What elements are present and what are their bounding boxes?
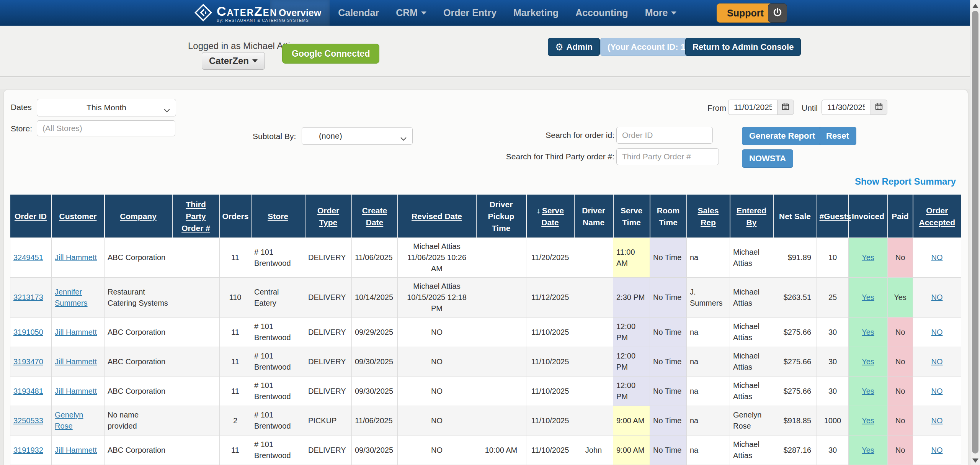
cell-entered_by: Michael Attias: [730, 318, 773, 347]
admin-button[interactable]: ⚙ Admin: [548, 38, 600, 56]
show-report-summary-link[interactable]: Show Report Summary: [855, 176, 956, 187]
reset-button[interactable]: Reset: [819, 127, 856, 145]
sort-link-serve_date[interactable]: Serve Date: [541, 206, 564, 227]
dates-label: Dates: [11, 103, 32, 112]
cell-pickup_time: [476, 238, 526, 278]
nowsta-button[interactable]: NOWSTA: [742, 149, 793, 168]
sort-link-company[interactable]: Company: [120, 212, 157, 221]
nav-item-accounting[interactable]: Accounting: [567, 0, 637, 26]
cell-third_party: [172, 278, 220, 318]
order-accepted-link[interactable]: NO: [931, 357, 943, 366]
cell-revised: NO: [398, 377, 476, 406]
return-admin-console-button[interactable]: Return to Admin Console: [685, 38, 801, 56]
subtotal-by-select[interactable]: (none): [302, 127, 413, 145]
cell-entered_by: Michael Attias: [730, 436, 773, 465]
sort-link-order_id[interactable]: Order ID: [15, 212, 47, 221]
sort-link-guests[interactable]: #Guests: [820, 212, 851, 221]
order-accepted-link[interactable]: NO: [931, 446, 943, 454]
order-id-link[interactable]: 3250533: [13, 416, 43, 425]
customer-link[interactable]: Jill Hammett: [55, 387, 97, 395]
invoiced-link[interactable]: Yes: [862, 293, 874, 301]
chevron-down-icon: [400, 134, 407, 143]
invoiced-link[interactable]: Yes: [862, 357, 874, 366]
store-input[interactable]: [37, 120, 175, 136]
order-accepted-link[interactable]: NO: [931, 416, 943, 425]
order-accepted-link[interactable]: NO: [931, 387, 943, 395]
customer-link[interactable]: Jill Hammett: [55, 328, 97, 336]
sort-link-sales_rep[interactable]: Sales Rep: [698, 206, 719, 227]
nav-item-marketing[interactable]: Marketing: [505, 0, 567, 26]
order-id-link[interactable]: 3193470: [13, 357, 43, 366]
google-connected-button[interactable]: Google Connected: [282, 44, 379, 64]
sort-link-store[interactable]: Store: [268, 212, 288, 221]
col-header-order_id[interactable]: Order ID: [10, 195, 52, 238]
nav-item-calendar[interactable]: Calendar: [330, 0, 387, 26]
generate-report-button[interactable]: Generate Report: [742, 127, 822, 145]
nav-item-overview[interactable]: Overview: [270, 0, 330, 26]
nav-item-crm[interactable]: CRM: [387, 0, 435, 26]
col-header-company[interactable]: Company: [105, 195, 172, 238]
until-calendar-button[interactable]: [871, 100, 887, 115]
cell-orders: 11: [220, 436, 251, 465]
invoiced-link[interactable]: Yes: [862, 446, 874, 454]
sort-link-customer[interactable]: Customer: [59, 212, 96, 221]
cell-store: Central Eatery: [251, 278, 305, 318]
order-id-link[interactable]: 3191050: [13, 328, 43, 336]
order-accepted-link[interactable]: NO: [931, 293, 943, 301]
customer-link[interactable]: Jill Hammett: [55, 357, 97, 366]
customer-link[interactable]: Genelyn Rose: [55, 411, 83, 430]
col-header-customer[interactable]: Customer: [52, 195, 105, 238]
from-calendar-button[interactable]: [777, 100, 794, 115]
sort-link-create_date[interactable]: Create Date: [362, 206, 387, 227]
col-header-serve_date[interactable]: ↓Serve Date: [526, 195, 574, 238]
order-id-link[interactable]: 3249451: [13, 253, 43, 262]
scrollbar-thumb[interactable]: [972, 11, 978, 454]
until-date-input[interactable]: [822, 100, 871, 115]
nav-item-order-entry[interactable]: Order Entry: [435, 0, 505, 26]
nav-item-more[interactable]: More: [637, 0, 685, 26]
invoiced-link[interactable]: Yes: [862, 387, 874, 395]
col-header-guests[interactable]: #Guests: [817, 195, 849, 238]
customer-link[interactable]: Jill Hammett: [55, 446, 97, 454]
scroll-up-arrow-icon[interactable]: [972, 4, 978, 8]
sort-link-accepted[interactable]: Order Accepted: [919, 206, 955, 227]
cell-invoiced: Yes: [849, 318, 888, 347]
sort-link-revised[interactable]: Revised Date: [412, 212, 462, 221]
caterzen-dropdown-button[interactable]: CaterZen: [202, 52, 265, 70]
cell-invoiced: Yes: [849, 278, 888, 318]
chevron-down-icon: [671, 11, 676, 15]
col-header-third_party[interactable]: Third Party Order #: [172, 195, 220, 238]
order-accepted-link[interactable]: NO: [931, 253, 943, 262]
col-header-create_date[interactable]: Create Date: [352, 195, 398, 238]
from-date-input[interactable]: [728, 100, 777, 115]
dates-select[interactable]: This Month: [37, 99, 176, 116]
col-header-sales_rep[interactable]: Sales Rep: [687, 195, 730, 238]
col-header-accepted[interactable]: Order Accepted: [913, 195, 961, 238]
customer-link[interactable]: Jennifer Summers: [55, 288, 88, 307]
vertical-scrollbar[interactable]: [970, 0, 980, 465]
customer-link[interactable]: Jill Hammett: [55, 253, 97, 262]
sort-link-entered_by[interactable]: Entered By: [737, 206, 766, 227]
cell-sales_rep: na: [687, 377, 730, 406]
cell-order_id: 3193481: [10, 377, 52, 406]
col-header-order_type[interactable]: Order Type: [305, 195, 352, 238]
sort-link-third_party[interactable]: Third Party Order #: [181, 200, 210, 232]
col-header-entered_by[interactable]: Entered By: [730, 195, 773, 238]
sort-link-order_type[interactable]: Order Type: [317, 206, 339, 227]
invoiced-link[interactable]: Yes: [862, 328, 874, 336]
col-header-revised[interactable]: Revised Date: [398, 195, 476, 238]
cell-serve_time: 11:00 AM: [613, 238, 650, 278]
logout-power-button[interactable]: [768, 3, 787, 23]
col-header-store[interactable]: Store: [251, 195, 305, 238]
third-party-search-input[interactable]: [616, 148, 719, 165]
invoiced-link[interactable]: Yes: [862, 416, 874, 425]
order-id-link[interactable]: 3193481: [13, 387, 43, 395]
cell-entered_by: Michael Attias: [730, 278, 773, 318]
order-accepted-link[interactable]: NO: [931, 328, 943, 336]
order-id-link[interactable]: 3191932: [13, 446, 43, 454]
support-button[interactable]: Support: [717, 3, 774, 23]
invoiced-link[interactable]: Yes: [862, 253, 874, 262]
scroll-down-arrow-icon[interactable]: [972, 458, 978, 463]
order-id-link[interactable]: 3213173: [13, 293, 43, 301]
order-id-search-input[interactable]: [616, 127, 713, 144]
